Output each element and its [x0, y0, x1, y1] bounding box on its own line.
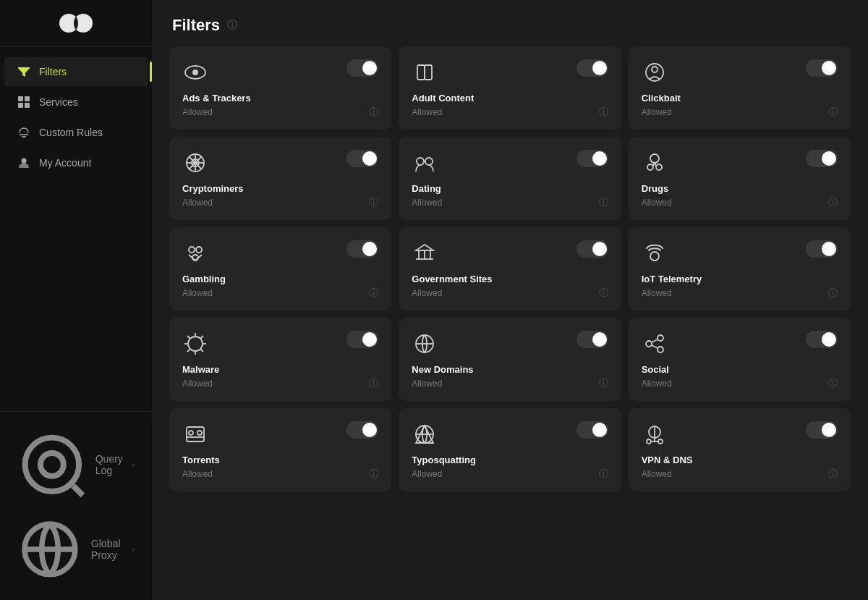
filter-status-government-sites: Allowed — [412, 288, 442, 298]
filter-name-dating: Dating — [412, 183, 608, 194]
filter-card-dating[interactable]: Dating Allowed ⓘ — [399, 137, 621, 220]
filter-info-icon[interactable]: ⓘ — [828, 468, 838, 481]
svg-point-15 — [192, 69, 198, 75]
filter-toggle-social[interactable] — [806, 331, 838, 348]
filter-toggle-torrents[interactable] — [346, 421, 378, 439]
sidebar-label-services: Services — [39, 96, 78, 108]
filter-card-iot-telemetry[interactable]: IoT Telemetry Allowed ⓘ — [629, 227, 851, 310]
sidebar-item-services[interactable]: Services — [4, 88, 148, 117]
filter-info-icon[interactable]: ⓘ — [599, 196, 608, 209]
svg-point-9 — [25, 438, 79, 491]
filter-card-top — [412, 421, 608, 447]
filter-card-typosquatting[interactable]: Typosquatting Allowed ⓘ — [399, 408, 621, 491]
filter-info-icon[interactable]: ⓘ — [599, 468, 608, 481]
logo — [0, 0, 152, 47]
filter-info-icon[interactable]: ⓘ — [599, 287, 608, 300]
toggle-knob — [592, 151, 607, 166]
filter-card-top — [412, 150, 608, 176]
filter-name-ads-trackers: Ads & Trackers — [182, 93, 378, 103]
svg-line-50 — [187, 349, 190, 352]
svg-point-61 — [197, 431, 202, 435]
filter-toggle-vpn-dns[interactable] — [806, 421, 838, 439]
filter-card-cryptominers[interactable]: Cryptominers Allowed ⓘ — [169, 137, 391, 220]
toggle-knob — [822, 423, 836, 437]
filter-toggle-adult-content[interactable] — [576, 59, 608, 77]
filter-info-icon[interactable]: ⓘ — [828, 287, 838, 300]
toggle-knob — [592, 332, 607, 347]
svg-rect-3 — [25, 96, 30, 101]
dating-icon — [412, 150, 438, 176]
filter-name-malware: Malware — [182, 364, 378, 375]
filter-info-icon[interactable]: ⓘ — [369, 377, 378, 390]
filter-info-icon[interactable]: ⓘ — [828, 106, 838, 119]
filter-card-ads-trackers[interactable]: Ads & Trackers Allowed ⓘ — [169, 46, 391, 130]
filter-card-social[interactable]: Social Allowed ⓘ — [629, 318, 851, 401]
filter-card-top — [642, 59, 838, 85]
filter-card-adult-content[interactable]: Adult Content Allowed ⓘ — [399, 46, 621, 130]
filter-status-row: Allowed ⓘ — [412, 468, 608, 481]
svg-line-57 — [652, 339, 658, 342]
filter-status-typosquatting: Allowed — [412, 469, 442, 479]
info-icon[interactable]: ⓘ — [227, 19, 237, 32]
filter-toggle-drugs[interactable] — [806, 150, 838, 167]
sidebar-item-filters[interactable]: Filters — [4, 57, 148, 86]
filter-toggle-government-sites[interactable] — [576, 240, 608, 258]
filter-toggle-typosquatting[interactable] — [576, 421, 608, 439]
filter-info-icon[interactable]: ⓘ — [599, 106, 608, 119]
filter-toggle-cryptominers[interactable] — [346, 150, 378, 167]
filter-toggle-new-domains[interactable] — [576, 331, 608, 348]
filter-toggle-clickbait[interactable] — [806, 59, 838, 77]
svg-point-29 — [650, 154, 659, 163]
filter-card-government-sites[interactable]: Government Sites Allowed ⓘ — [399, 227, 621, 310]
sidebar-label-global-proxy: Global Proxy — [91, 538, 123, 561]
filter-name-drugs: Drugs — [642, 183, 838, 194]
svg-point-27 — [425, 158, 433, 165]
filter-card-new-domains[interactable]: New Domains Allowed ⓘ — [399, 318, 621, 401]
clickbait-icon — [642, 59, 668, 85]
filter-info-icon[interactable]: ⓘ — [599, 377, 608, 390]
filter-info-icon[interactable]: ⓘ — [828, 196, 838, 209]
filter-status-row: Allowed ⓘ — [182, 377, 378, 390]
svg-point-19 — [652, 67, 658, 72]
sidebar-item-my-account[interactable]: My Account — [4, 148, 148, 177]
filter-info-icon[interactable]: ⓘ — [828, 377, 838, 390]
filter-status-ads-trackers: Allowed — [182, 107, 213, 117]
sidebar-item-global-proxy[interactable]: Global Proxy › — [4, 509, 148, 590]
filter-card-vpn-dns[interactable]: VPN & DNS Allowed ⓘ — [629, 408, 851, 491]
filter-info-icon[interactable]: ⓘ — [369, 287, 378, 300]
toggle-knob — [362, 151, 377, 166]
filter-card-malware[interactable]: Malware Allowed ⓘ — [169, 318, 391, 401]
filter-toggle-ads-trackers[interactable] — [346, 59, 378, 77]
filter-status-row: Allowed ⓘ — [642, 287, 838, 300]
gambling-icon — [182, 240, 208, 266]
sidebar-item-custom-rules[interactable]: Custom Rules — [4, 118, 148, 147]
toggle-knob — [822, 61, 836, 75]
toggle-knob — [362, 242, 377, 256]
filter-name-torrents: Torrents — [182, 455, 378, 465]
filter-toggle-iot-telemetry[interactable] — [806, 240, 838, 258]
filter-toggle-gambling[interactable] — [346, 240, 378, 258]
filter-info-icon[interactable]: ⓘ — [369, 468, 378, 481]
sidebar-item-query-log[interactable]: Query Log › — [4, 422, 148, 507]
filter-card-gambling[interactable]: Gambling Allowed ⓘ — [169, 227, 391, 310]
filter-card-clickbait[interactable]: Clickbait Allowed ⓘ — [629, 46, 851, 130]
filter-toggle-dating[interactable] — [576, 150, 608, 167]
iot-icon — [642, 240, 668, 266]
filter-status-social: Allowed — [642, 379, 672, 389]
malware-icon — [182, 331, 208, 357]
page-title: Filters — [172, 16, 220, 35]
svg-point-30 — [647, 164, 653, 170]
svg-line-58 — [652, 345, 658, 348]
filter-toggle-malware[interactable] — [346, 331, 378, 348]
filter-card-top — [182, 421, 378, 447]
filter-status-adult-content: Allowed — [412, 107, 442, 117]
filter-card-drugs[interactable]: Drugs Allowed ⓘ — [629, 137, 851, 220]
filter-info-icon[interactable]: ⓘ — [369, 106, 378, 119]
filter-card-torrents[interactable]: Torrents Allowed ⓘ — [169, 408, 391, 491]
filter-status-vpn-dns: Allowed — [642, 469, 672, 479]
filter-name-gambling: Gambling — [182, 274, 378, 284]
eye-icon — [182, 59, 208, 85]
filters-grid: Ads & Trackers Allowed ⓘ Adult Content A… — [152, 46, 868, 600]
filter-name-cryptominers: Cryptominers — [182, 183, 378, 194]
filter-info-icon[interactable]: ⓘ — [369, 196, 378, 209]
